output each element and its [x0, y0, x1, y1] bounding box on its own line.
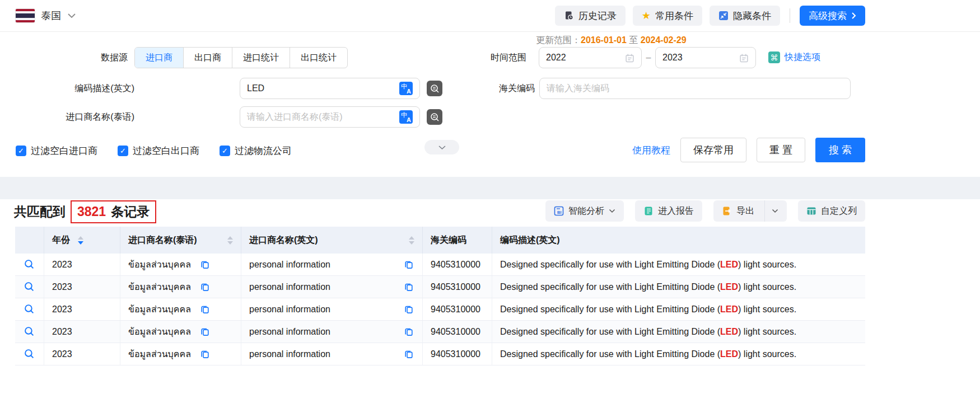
- checkbox-filter-blank-importer[interactable]: ✓ 过滤空白进口商: [16, 144, 97, 157]
- checkbox-checked-icon: ✓: [118, 146, 128, 156]
- result-count: 共匹配到 3821 条记录: [14, 200, 156, 223]
- sort-icons: [78, 236, 83, 245]
- header-importer-en[interactable]: 进口商名称(英文): [241, 227, 423, 254]
- table-row: 2023 ข้อมูลส่วนบุคคล personal informatio…: [15, 298, 865, 321]
- copy-icon[interactable]: [200, 327, 209, 336]
- desc-highlight: LED: [720, 260, 738, 270]
- favorites-button[interactable]: ★ 常用条件: [633, 6, 702, 26]
- importer-en-cell: personal information: [241, 343, 423, 365]
- advanced-search-button[interactable]: 高级搜索: [800, 6, 865, 26]
- copy-icon[interactable]: [404, 304, 413, 314]
- hs-code-input[interactable]: 请输入海关编码: [539, 78, 851, 99]
- result-count-suffix: 条记录: [111, 203, 150, 221]
- sort-asc-icon[interactable]: [78, 236, 83, 240]
- reset-button[interactable]: 重 置: [757, 138, 805, 162]
- desc-text: ) light sources.: [738, 349, 796, 359]
- header-importer-thai[interactable]: 进口商名称(泰语): [120, 227, 241, 254]
- importer-thai-cell: ข้อมูลส่วนบุคคล: [120, 343, 241, 365]
- match-mode-toggle[interactable]: [427, 109, 442, 125]
- year-value: 2023: [52, 349, 72, 359]
- tab-import-stats[interactable]: 进口统计: [232, 48, 290, 68]
- checkbox-filter-logistics[interactable]: ✓ 过滤物流公司: [220, 144, 292, 157]
- translate-icon[interactable]: 中A: [399, 110, 413, 124]
- sort-desc-icon[interactable]: [409, 241, 414, 245]
- top-bar: 泰国 历史记录 ★ 常用条件 隐藏条件 高级搜索: [0, 0, 980, 32]
- copy-icon[interactable]: [200, 349, 209, 359]
- view-detail-magnifier-icon[interactable]: [24, 259, 35, 270]
- custom-columns-button[interactable]: 自定义列: [798, 200, 865, 222]
- export-button[interactable]: 导出: [713, 200, 787, 222]
- importer-en-value: personal information: [249, 282, 330, 292]
- smart-analysis-button[interactable]: BI 智能分析: [545, 200, 624, 222]
- copy-icon[interactable]: [404, 260, 413, 269]
- header-detail-column: [15, 227, 44, 254]
- table-row: 2023 ข้อมูลส่วนบุคคล personal informatio…: [15, 343, 865, 365]
- country-selector[interactable]: 泰国: [16, 9, 76, 22]
- checkbox-filter-blank-exporter[interactable]: ✓ 过滤空白出口商: [118, 144, 199, 157]
- hide-conditions-button[interactable]: 隐藏条件: [710, 6, 780, 26]
- year-value: 2023: [52, 327, 72, 337]
- translate-icon[interactable]: 中A: [399, 82, 413, 95]
- copy-icon[interactable]: [404, 349, 413, 359]
- hs-code-label: 海关编码: [456, 78, 535, 99]
- enter-report-button[interactable]: 进入报告: [635, 200, 702, 222]
- enter-report-label: 进入报告: [658, 205, 694, 217]
- range-separator: –: [643, 47, 654, 68]
- export-more-button[interactable]: [764, 200, 778, 222]
- year-from-value: 2022: [546, 53, 625, 63]
- year-from-input[interactable]: 2022: [539, 47, 642, 68]
- importer-thai-value: ข้อมูลส่วนบุคคล: [128, 325, 191, 339]
- checkbox-label: 过滤空白出口商: [133, 144, 199, 157]
- hs-code-value: 9405310000: [431, 304, 480, 315]
- copy-icon[interactable]: [404, 327, 413, 336]
- header-importer-thai-label: 进口商名称(泰语): [128, 235, 197, 246]
- code-desc-input[interactable]: LED 中A: [240, 78, 420, 99]
- hs-code-cell: 9405310000: [423, 254, 492, 275]
- importer-thai-value: ข้อมูลส่วนบุคคล: [128, 347, 191, 361]
- hs-code-value: 9405310000: [431, 349, 480, 359]
- view-detail-magnifier-icon[interactable]: [24, 349, 35, 359]
- match-mode-toggle[interactable]: [427, 81, 442, 96]
- sort-asc-icon[interactable]: [227, 236, 233, 240]
- sort-desc-icon[interactable]: [227, 241, 233, 245]
- tab-importer[interactable]: 进口商: [135, 48, 183, 68]
- tab-exporter[interactable]: 出口商: [183, 48, 232, 68]
- quick-options-link[interactable]: ⌘ 快捷选项: [768, 51, 820, 63]
- header-year[interactable]: 年份: [44, 227, 120, 254]
- code-desc-cell: Designed specifically for use with Light…: [492, 254, 865, 275]
- desc-text: Designed specifically for use with Light…: [500, 260, 720, 270]
- row-detail-cell: [15, 321, 44, 343]
- view-detail-magnifier-icon[interactable]: [24, 326, 35, 337]
- view-detail-magnifier-icon[interactable]: [24, 282, 35, 292]
- save-favorite-button[interactable]: 保存常用: [680, 138, 746, 162]
- year-cell: 2023: [44, 343, 120, 365]
- importer-en-value: personal information: [249, 349, 330, 359]
- history-button[interactable]: 历史记录: [555, 6, 626, 26]
- code-desc-cell: Designed specifically for use with Light…: [492, 276, 865, 298]
- view-detail-magnifier-icon[interactable]: [24, 304, 35, 315]
- importer-name-input[interactable]: 请输入进口商名称(泰语) 中A: [240, 106, 420, 128]
- header-year-label: 年份: [52, 235, 70, 246]
- result-actions: BI 智能分析 进入报告 导出 自定义列: [545, 200, 865, 222]
- sort-asc-icon[interactable]: [409, 236, 414, 240]
- copy-icon[interactable]: [200, 282, 209, 292]
- copy-icon[interactable]: [404, 282, 413, 292]
- importer-thai-value: ข้อมูลส่วนบุคคล: [128, 302, 191, 316]
- copy-icon[interactable]: [200, 260, 209, 269]
- hs-code-placeholder: 请输入海关编码: [547, 83, 843, 95]
- search-button[interactable]: 搜 索: [815, 138, 865, 162]
- checkbox-label: 过滤空白进口商: [31, 144, 97, 157]
- sort-desc-icon[interactable]: [78, 241, 83, 245]
- magnifier-equals-icon: [430, 84, 440, 93]
- year-to-input[interactable]: 2023: [655, 47, 756, 68]
- row-detail-cell: [15, 254, 44, 275]
- hs-code-value: 9405310000: [431, 282, 480, 292]
- collapse-panel-button[interactable]: [424, 140, 459, 154]
- copy-icon[interactable]: [200, 304, 209, 314]
- header-importer-en-label: 进口商名称(英文): [249, 235, 318, 246]
- favorites-label: 常用条件: [655, 10, 693, 22]
- importer-en-value: personal information: [249, 327, 330, 337]
- tab-export-stats[interactable]: 出口统计: [290, 48, 347, 68]
- tutorial-link[interactable]: 使用教程: [632, 144, 670, 157]
- row-detail-cell: [15, 343, 44, 365]
